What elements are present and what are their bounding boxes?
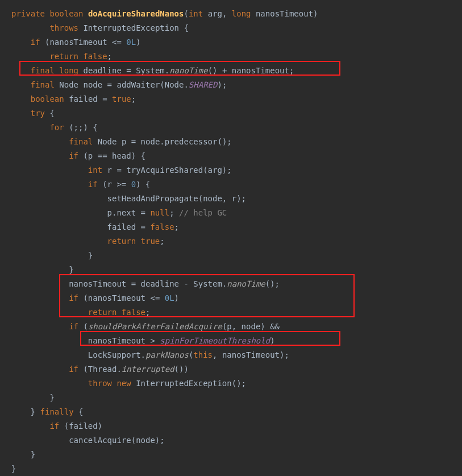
code-block: private boolean doAcquireSharedNanos(int… <box>0 0 462 476</box>
